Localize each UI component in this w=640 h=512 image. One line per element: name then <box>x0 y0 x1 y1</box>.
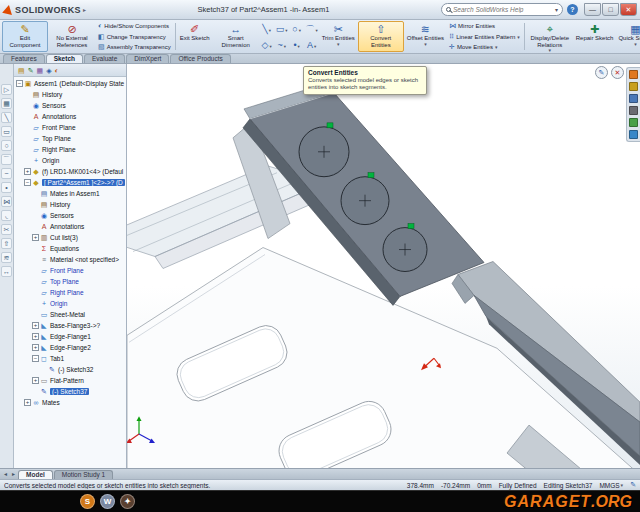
convert-entities-button[interactable]: ⇧Convert Entities <box>358 21 404 52</box>
search-results-icon[interactable] <box>629 106 638 115</box>
dimension-button[interactable]: ↔ <box>1 266 12 277</box>
displaymanager-tab-icon[interactable]: ◐ <box>55 67 59 74</box>
select-button[interactable]: ▷ <box>1 84 12 95</box>
exit-sketch-button[interactable]: ✐Exit Sketch <box>178 21 212 52</box>
maximize-button[interactable]: □ <box>602 3 619 16</box>
menu-expand-arrow-icon[interactable]: ▸ <box>83 6 86 13</box>
arc-tool-button[interactable]: ⌒▾ <box>305 21 319 36</box>
tree-item[interactable]: +Origin <box>14 155 126 166</box>
tab-office-products[interactable]: Office Products <box>170 54 230 63</box>
tab-sketch[interactable]: Sketch <box>46 54 83 63</box>
tree-item[interactable]: ▤Mates in Assem1 <box>14 188 126 199</box>
spline-tool-button[interactable]: ~▾ <box>275 37 289 52</box>
polygon-tool-button[interactable]: ◇▾ <box>260 37 274 52</box>
close-button[interactable]: ✕ <box>620 3 637 16</box>
expand-toggle-icon[interactable]: + <box>24 399 31 406</box>
tree-item[interactable]: +◣Edge-Flange2 <box>14 342 126 353</box>
search-caret-icon[interactable]: ▾ <box>555 6 558 13</box>
help-search-box[interactable]: ▾ <box>441 3 563 16</box>
trim-entities-button[interactable]: ✂Trim Entities▾ <box>320 21 357 52</box>
configurationmanager-tab-icon[interactable]: ▦ <box>37 67 44 74</box>
display-delete-relations-button[interactable]: ⌖Display/Delete Relations▾ <box>527 21 573 52</box>
expand-toggle-icon[interactable]: + <box>32 322 39 329</box>
featuremanager-tab-icon[interactable]: ▤ <box>18 67 25 74</box>
point-tool-button[interactable]: •▾ <box>290 37 304 52</box>
edit-component-button[interactable]: ✎Edit Component <box>2 21 48 52</box>
assembly-transparency-button[interactable]: ▧Assembly Transparency <box>96 42 173 52</box>
confirm-sketch-icon[interactable]: ✎ <box>595 66 608 79</box>
tree-item[interactable]: −◆[ Part2^Assem1 ]<2>->? (D <box>14 177 126 188</box>
tree-item[interactable]: +Origin <box>14 298 126 309</box>
propertymanager-tab-icon[interactable]: ✎ <box>28 67 34 74</box>
tree-item[interactable]: ▭Sheet-Metal <box>14 309 126 320</box>
expand-toggle-icon[interactable]: − <box>16 80 23 87</box>
expand-toggle-icon[interactable]: + <box>24 168 31 175</box>
tree-item[interactable]: ▤History <box>14 89 126 100</box>
tab-evaluate[interactable]: Evaluate <box>84 54 125 63</box>
line-button[interactable]: ╲ <box>1 112 12 123</box>
tree-item[interactable]: ▱Front Plane <box>14 122 126 133</box>
graphics-viewport[interactable]: Convert Entities Converts selected model… <box>127 64 640 468</box>
point-button[interactable]: • <box>1 182 12 193</box>
spline-button[interactable]: ~ <box>1 168 12 179</box>
offset-entities-button[interactable]: ≋Offset Entities▾ <box>405 21 446 52</box>
circle-tool-button[interactable]: ○▾ <box>290 21 304 36</box>
solidworks-logo[interactable]: SOLIDWORKS ▸ <box>3 5 86 15</box>
circle-button[interactable]: ○ <box>1 140 12 151</box>
tree-item[interactable]: ▱Right Plane <box>14 287 126 298</box>
units-selector[interactable]: MMGS ▾ <box>599 482 623 489</box>
tree-item[interactable]: ▱Right Plane <box>14 144 126 155</box>
tree-item[interactable]: ▱Top Plane <box>14 133 126 144</box>
expand-toggle-icon[interactable]: − <box>24 179 31 186</box>
tree-item[interactable]: ◉Sensors <box>14 210 126 221</box>
quick-snaps-button[interactable]: ▦Quick Snaps▾ <box>616 21 640 52</box>
repair-sketch-button[interactable]: ✚Repair Sketch <box>574 21 616 52</box>
document-tab-motion-study-1[interactable]: Motion Study 1 <box>54 470 113 479</box>
convert-button[interactable]: ⇧ <box>1 238 12 249</box>
smart-dimension-button[interactable]: ↔Smart Dimension <box>213 21 259 52</box>
tab-features[interactable]: Features <box>3 54 45 63</box>
fillet-button[interactable]: ◟ <box>1 210 12 221</box>
model-view[interactable] <box>127 64 640 468</box>
tree-item[interactable]: +◣Base-Flange3->? <box>14 320 126 331</box>
tree-item[interactable]: −▣Assem1 (Default<Display State <box>14 78 126 89</box>
move-entities-button[interactable]: ✛Move Entities▾ <box>447 42 522 52</box>
tree-item[interactable]: +◣Edge-Flange1 <box>14 331 126 342</box>
mirror-button[interactable]: ⋈ <box>1 196 12 207</box>
tree-item[interactable]: ✎(-) Sketch37 <box>14 386 126 397</box>
rectangle-tool-button[interactable]: ▭▾ <box>275 21 289 36</box>
solidworks-resources-icon[interactable] <box>629 70 638 79</box>
tree-item[interactable]: ▤History <box>14 199 126 210</box>
file-explorer-icon[interactable] <box>629 94 638 103</box>
cancel-sketch-icon[interactable]: ✕ <box>611 66 624 79</box>
design-library-icon[interactable] <box>629 82 638 91</box>
tree-item[interactable]: +▥Cut list(3) <box>14 232 126 243</box>
offset-button[interactable]: ≋ <box>1 252 12 263</box>
tree-item[interactable]: ◉Sensors <box>14 100 126 111</box>
no-external-references-button[interactable]: ⊘No External References <box>49 21 95 52</box>
grid-snap-button[interactable]: ▦ <box>1 98 12 109</box>
tree-item[interactable]: ▱Top Plane <box>14 276 126 287</box>
tree-item[interactable]: AAnnotations <box>14 111 126 122</box>
arc-button[interactable]: ⌒ <box>1 154 12 165</box>
linear-sketch-pattern-button[interactable]: ⠿Linear Entities Pattern▾ <box>447 32 522 42</box>
expand-toggle-icon[interactable]: − <box>32 355 39 362</box>
search-input[interactable] <box>453 6 553 13</box>
tab-scroll-left-icon[interactable]: ◂ <box>2 470 9 479</box>
tree-item[interactable]: +◆(f) LRD1-MK001<4> (Defaul <box>14 166 126 177</box>
help-icon[interactable]: ? <box>567 4 578 15</box>
change-transparency-button[interactable]: ◧Change Transparency <box>96 32 173 42</box>
tree-item[interactable]: ✎(-) Sketch32 <box>14 364 126 375</box>
dimxpertmanager-tab-icon[interactable]: ◈ <box>46 67 51 74</box>
tree-item[interactable]: +▭Flat-Pattern <box>14 375 126 386</box>
expand-toggle-icon[interactable]: + <box>32 234 39 241</box>
mirror-entities-button[interactable]: ⋈Mirror Entities <box>447 21 522 31</box>
tab-scroll-right-icon[interactable]: ▸ <box>10 470 17 479</box>
expand-toggle-icon[interactable]: + <box>32 344 39 351</box>
sketch-text-tool-button[interactable]: A▾ <box>305 37 319 52</box>
minimize-button[interactable]: — <box>584 3 601 16</box>
tree-item[interactable]: AAnnotations <box>14 221 126 232</box>
sketch-edit-icon[interactable]: ✎ <box>630 481 636 489</box>
trim-button[interactable]: ✂ <box>1 224 12 235</box>
tab-dimxpert[interactable]: DimXpert <box>126 54 169 63</box>
